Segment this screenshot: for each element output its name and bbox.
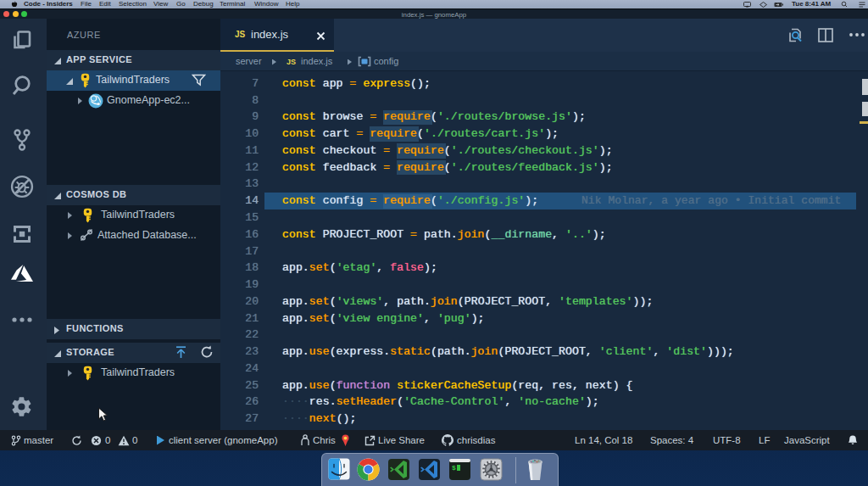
svg-text:$: $	[452, 464, 456, 472]
